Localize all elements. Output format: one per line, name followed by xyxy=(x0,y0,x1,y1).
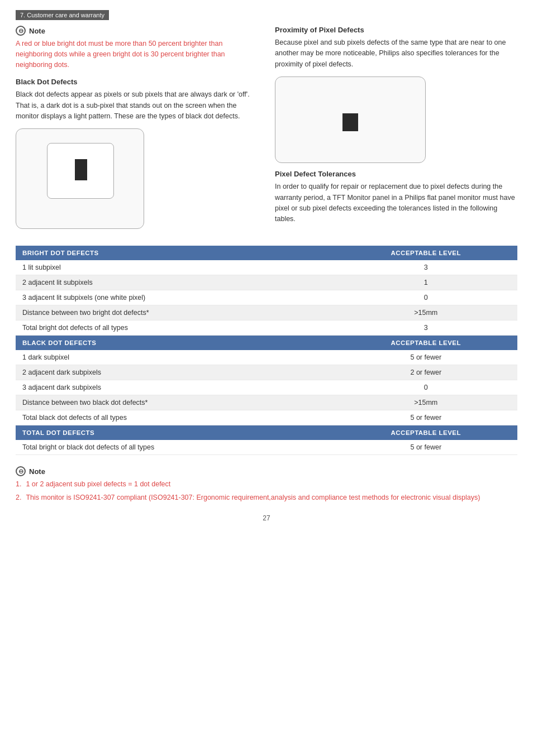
proximity-diagram xyxy=(275,76,426,163)
black-row-0-value: 5 or fewer xyxy=(335,350,517,365)
table-row: Total bright or black dot defects of all… xyxy=(16,440,517,455)
black-dot-body: Black dot defects appear as pixels or su… xyxy=(16,89,258,122)
black-row-3-label: Distance between two black dot defects* xyxy=(16,395,335,410)
black-dot-diagram xyxy=(16,128,144,229)
bottom-note-header: ⊖ Note xyxy=(16,466,517,476)
black-dot-diagram-inner xyxy=(47,143,114,199)
total-row-0-value: 5 or fewer xyxy=(335,440,517,455)
bright-dot-acceptable-header: ACCEPTABLE LEVEL xyxy=(335,246,517,260)
table-row: Distance between two bright dot defects*… xyxy=(16,305,517,320)
right-column: Proximity of Pixel Defects Because pixel… xyxy=(275,26,517,236)
header-label: 7. Customer care and warranty xyxy=(20,12,104,18)
bright-row-1-label: 2 adjacent lit subpixels xyxy=(16,275,335,290)
black-dot-header-row: BLACK DOT DEFECTS ACCEPTABLE LEVEL xyxy=(16,336,517,351)
table-row: Total black dot defects of all types 5 o… xyxy=(16,410,517,425)
list-item-text-0: 1 or 2 adjacent sub pixel defects = 1 do… xyxy=(26,479,170,490)
black-row-2-label: 3 adjacent dark subpixels xyxy=(16,380,335,395)
black-row-0-label: 1 dark subpixel xyxy=(16,350,335,365)
black-dot-acceptable-header: ACCEPTABLE LEVEL xyxy=(335,336,517,351)
table-row: 1 lit subpixel 3 xyxy=(16,260,517,275)
note-top-icon: ⊖ xyxy=(16,26,26,36)
pixel-defect-heading: Pixel Defect Tolerances xyxy=(275,170,517,178)
list-item-text-1: This monitor is ISO9241-307 compliant (I… xyxy=(26,492,480,503)
black-row-1-label: 2 adjacent dark subpixels xyxy=(16,365,335,380)
note-top-header: ⊖ Note xyxy=(16,26,258,36)
bright-row-0-value: 3 xyxy=(335,260,517,275)
total-row-0-label: Total bright or black dot defects of all… xyxy=(16,440,335,455)
bottom-note-block: ⊖ Note 1. 1 or 2 adjacent sub pixel defe… xyxy=(16,466,517,503)
bright-row-2-label: 3 adjacent lit subpixels (one white pixe… xyxy=(16,290,335,305)
total-dot-acceptable-header: ACCEPTABLE LEVEL xyxy=(335,425,517,441)
note-top-text: A red or blue bright dot must be more th… xyxy=(16,39,258,70)
black-row-4-label: Total black dot defects of all types xyxy=(16,410,335,425)
table-row: Total bright dot defects of all types 3 xyxy=(16,320,517,336)
pixel-defect-body: In order to qualify for repair or replac… xyxy=(275,181,517,225)
total-dot-header-row: TOTAL DOT DEFECTS ACCEPTABLE LEVEL xyxy=(16,425,517,441)
bright-row-2-value: 0 xyxy=(335,290,517,305)
defect-table: BRIGHT DOT DEFECTS ACCEPTABLE LEVEL 1 li… xyxy=(16,246,517,455)
list-item: 1. 1 or 2 adjacent sub pixel defects = 1… xyxy=(16,479,517,490)
bottom-note-icon: ⊖ xyxy=(16,466,26,476)
bright-dot-header-row: BRIGHT DOT DEFECTS ACCEPTABLE LEVEL xyxy=(16,246,517,260)
bright-row-1-value: 1 xyxy=(335,275,517,290)
table-row: 2 adjacent lit subpixels 1 xyxy=(16,275,517,290)
black-row-3-value: >15mm xyxy=(335,395,517,410)
page-number: 27 xyxy=(16,514,517,522)
left-column: ⊖ Note A red or blue bright dot must be … xyxy=(16,26,258,236)
black-dot-dark-rect xyxy=(75,159,87,180)
table-row: 1 dark subpixel 5 or fewer xyxy=(16,350,517,365)
two-column-layout: ⊖ Note A red or blue bright dot must be … xyxy=(16,26,517,236)
list-item-num-0: 1. xyxy=(16,479,21,490)
black-row-2-value: 0 xyxy=(335,380,517,395)
list-item: 2. This monitor is ISO9241-307 compliant… xyxy=(16,492,517,503)
bright-row-4-label: Total bright dot defects of all types xyxy=(16,320,335,336)
list-item-num-1: 2. xyxy=(16,492,21,503)
note-top-block: ⊖ Note A red or blue bright dot must be … xyxy=(16,26,258,70)
note-top-title: Note xyxy=(29,27,45,35)
black-row-4-value: 5 or fewer xyxy=(335,410,517,425)
black-dot-heading: Black Dot Defects xyxy=(16,78,258,86)
table-row: 3 adjacent dark subpixels 0 xyxy=(16,380,517,395)
page-wrapper: 7. Customer care and warranty ⊖ Note A r… xyxy=(0,0,533,756)
table-row: 2 adjacent dark subpixels 2 or fewer xyxy=(16,365,517,380)
proximity-heading: Proximity of Pixel Defects xyxy=(275,26,517,34)
total-dot-header-label: TOTAL DOT DEFECTS xyxy=(16,425,335,441)
black-dot-header-label: BLACK DOT DEFECTS xyxy=(16,336,335,351)
bottom-note-title: Note xyxy=(29,467,45,476)
bright-row-4-value: 3 xyxy=(335,320,517,336)
bright-row-3-value: >15mm xyxy=(335,305,517,320)
header-bar: 7. Customer care and warranty xyxy=(16,10,109,20)
bright-row-0-label: 1 lit subpixel xyxy=(16,260,335,275)
bottom-note-list: 1. 1 or 2 adjacent sub pixel defects = 1… xyxy=(16,479,517,503)
table-row: Distance between two black dot defects* … xyxy=(16,395,517,410)
black-row-1-value: 2 or fewer xyxy=(335,365,517,380)
bright-dot-header-label: BRIGHT DOT DEFECTS xyxy=(16,246,335,260)
proximity-body: Because pixel and sub pixels defects of … xyxy=(275,37,517,70)
proximity-dark-rect xyxy=(342,113,358,131)
bright-row-3-label: Distance between two bright dot defects* xyxy=(16,305,335,320)
table-row: 3 adjacent lit subpixels (one white pixe… xyxy=(16,290,517,305)
